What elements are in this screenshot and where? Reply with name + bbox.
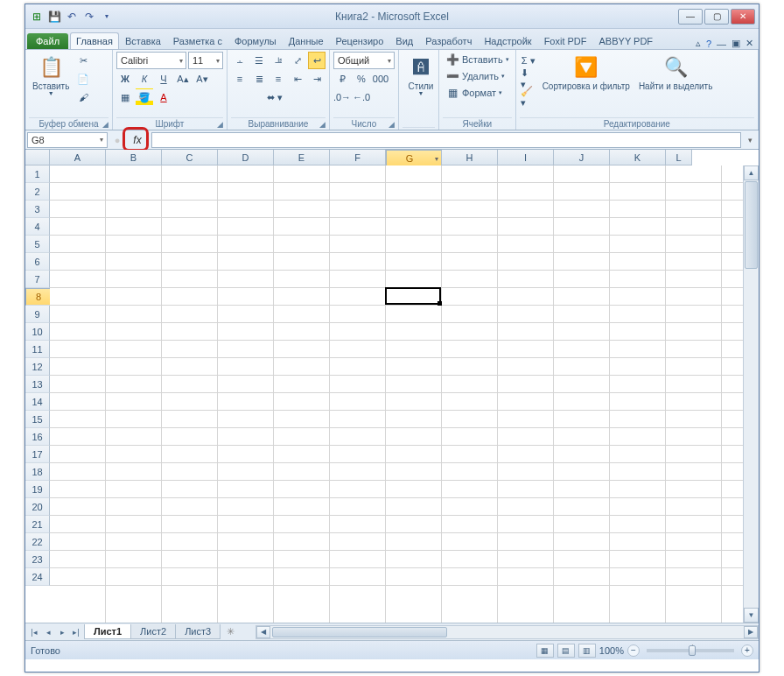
decrease-decimal-icon[interactable]: ←.0 <box>353 88 370 106</box>
align-left-icon[interactable]: ≡ <box>231 70 248 88</box>
cell-area[interactable] <box>50 165 743 623</box>
column-header-H[interactable]: H <box>442 150 498 165</box>
row-header-1[interactable]: 1 <box>25 165 50 183</box>
font-name-select[interactable]: Calibri <box>116 52 186 69</box>
bold-button[interactable]: Ж <box>116 70 134 88</box>
number-format-select[interactable]: Общий <box>333 52 395 69</box>
row-header-23[interactable]: 23 <box>25 551 50 568</box>
column-header-C[interactable]: C <box>162 150 218 165</box>
row-header-12[interactable]: 12 <box>25 358 50 376</box>
column-header-G[interactable]: G <box>386 150 442 167</box>
wrap-text-icon[interactable]: ↩ <box>308 52 326 69</box>
row-header-9[interactable]: 9 <box>25 306 50 323</box>
cut-icon[interactable]: ✂ <box>74 52 92 69</box>
format-painter-icon[interactable]: 🖌 <box>74 88 92 106</box>
minimize-button[interactable]: — <box>678 9 703 25</box>
row-header-13[interactable]: 13 <box>25 376 50 393</box>
row-header-18[interactable]: 18 <box>25 463 50 481</box>
file-tab[interactable]: Файл <box>27 33 68 49</box>
active-cell[interactable] <box>385 287 441 305</box>
column-header-I[interactable]: I <box>498 150 554 165</box>
new-sheet-icon[interactable]: ✳ <box>222 626 238 637</box>
delete-cells-button[interactable]: ➖Удалить▾ <box>443 68 512 84</box>
tab-view[interactable]: Вид <box>389 32 419 49</box>
increase-indent-icon[interactable]: ⇥ <box>308 70 326 88</box>
align-center-icon[interactable]: ≣ <box>250 70 268 88</box>
row-header-20[interactable]: 20 <box>25 498 50 516</box>
autosum-icon[interactable]: Σ ▾ <box>520 52 537 69</box>
column-header-E[interactable]: E <box>274 150 330 165</box>
dialog-launcher-icon[interactable]: ◢ <box>217 120 223 129</box>
doc-minimize-icon[interactable]: — <box>717 39 726 49</box>
dialog-launcher-icon[interactable]: ◢ <box>388 120 395 129</box>
view-page-layout-icon[interactable]: ▤ <box>557 644 575 658</box>
currency-icon[interactable]: ₽ <box>333 70 351 88</box>
name-box[interactable]: G8 ▾ <box>27 132 108 148</box>
align-bottom-icon[interactable]: ⫡ <box>270 52 287 69</box>
copy-icon[interactable]: 📄 <box>74 70 92 88</box>
row-header-11[interactable]: 11 <box>25 341 50 358</box>
row-header-14[interactable]: 14 <box>25 393 50 411</box>
fill-color-icon[interactable]: 🪣 <box>136 88 153 106</box>
comma-icon[interactable]: 000 <box>372 70 389 88</box>
select-all-corner[interactable] <box>25 150 50 165</box>
sheet-nav-prev-icon[interactable]: ◂ <box>41 625 55 639</box>
expand-formula-bar-icon[interactable]: ▾ <box>743 136 757 144</box>
clear-icon[interactable]: 🧹▾ <box>520 88 537 106</box>
scroll-thumb[interactable] <box>272 627 447 637</box>
row-header-17[interactable]: 17 <box>25 446 50 463</box>
tab-formulas[interactable]: Формулы <box>228 32 283 49</box>
merge-center-icon[interactable]: ⬌ ▾ <box>231 88 318 106</box>
close-button[interactable]: ✕ <box>731 9 755 25</box>
sheet-nav-first-icon[interactable]: |◂ <box>27 625 41 639</box>
tab-developer[interactable]: Разработч <box>419 32 478 49</box>
zoom-level[interactable]: 100% <box>599 645 624 656</box>
styles-button[interactable]: 🅰 Стили ▼ <box>402 52 439 98</box>
save-icon[interactable]: 💾 <box>46 9 62 25</box>
sheet-tab-1[interactable]: Лист1 <box>84 624 131 639</box>
horizontal-scrollbar[interactable]: ◀ ▶ <box>256 625 759 639</box>
find-select-button[interactable]: 🔍 Найти и выделить <box>635 52 716 93</box>
align-middle-icon[interactable]: ☰ <box>250 52 268 69</box>
column-header-A[interactable]: A <box>50 150 106 165</box>
column-header-K[interactable]: K <box>610 150 666 165</box>
column-header-D[interactable]: D <box>218 150 274 165</box>
qat-customize-icon[interactable]: ▾ <box>99 9 115 25</box>
dialog-launcher-icon[interactable]: ◢ <box>319 120 326 129</box>
tab-addins[interactable]: Надстройк <box>478 32 537 49</box>
scroll-left-icon[interactable]: ◀ <box>256 626 270 638</box>
tab-abbyy[interactable]: ABBYY PDF <box>593 32 660 49</box>
border-icon[interactable]: ▦ <box>116 88 134 106</box>
scroll-up-icon[interactable]: ▲ <box>744 165 759 180</box>
zoom-slider[interactable] <box>647 649 734 652</box>
sheet-nav-last-icon[interactable]: ▸| <box>69 625 83 639</box>
tab-foxit[interactable]: Foxit PDF <box>538 32 593 49</box>
zoom-in-button[interactable]: + <box>741 644 753 657</box>
row-header-4[interactable]: 4 <box>25 218 50 236</box>
row-header-5[interactable]: 5 <box>25 236 50 253</box>
fill-icon[interactable]: ⬇ ▾ <box>520 70 537 88</box>
view-page-break-icon[interactable]: ▥ <box>578 644 596 658</box>
tab-page-layout[interactable]: Разметка с <box>167 32 228 49</box>
maximize-button[interactable]: ▢ <box>704 9 729 25</box>
tab-insert[interactable]: Вставка <box>119 32 167 49</box>
redo-icon[interactable]: ↷ <box>81 9 97 25</box>
row-header-16[interactable]: 16 <box>25 428 50 446</box>
row-header-10[interactable]: 10 <box>25 323 50 341</box>
shrink-font-icon[interactable]: A▾ <box>193 70 211 88</box>
vertical-scrollbar[interactable]: ▲ ▼ <box>743 165 759 623</box>
zoom-out-button[interactable]: − <box>627 644 640 657</box>
scroll-down-icon[interactable]: ▼ <box>744 608 759 623</box>
column-header-F[interactable]: F <box>330 150 386 165</box>
paste-button[interactable]: 📋 Вставить ▼ <box>29 52 73 98</box>
row-header-22[interactable]: 22 <box>25 533 50 551</box>
sheet-tab-2[interactable]: Лист2 <box>130 624 176 639</box>
column-header-B[interactable]: B <box>106 150 162 165</box>
row-header-15[interactable]: 15 <box>25 411 50 428</box>
font-color-icon[interactable]: A <box>155 88 172 106</box>
ribbon-minimize-icon[interactable]: ▵ <box>696 38 701 49</box>
row-header-7[interactable]: 7 <box>25 271 50 288</box>
row-header-3[interactable]: 3 <box>25 201 50 218</box>
column-header-J[interactable]: J <box>554 150 610 165</box>
tab-review[interactable]: Рецензиро <box>330 32 390 49</box>
